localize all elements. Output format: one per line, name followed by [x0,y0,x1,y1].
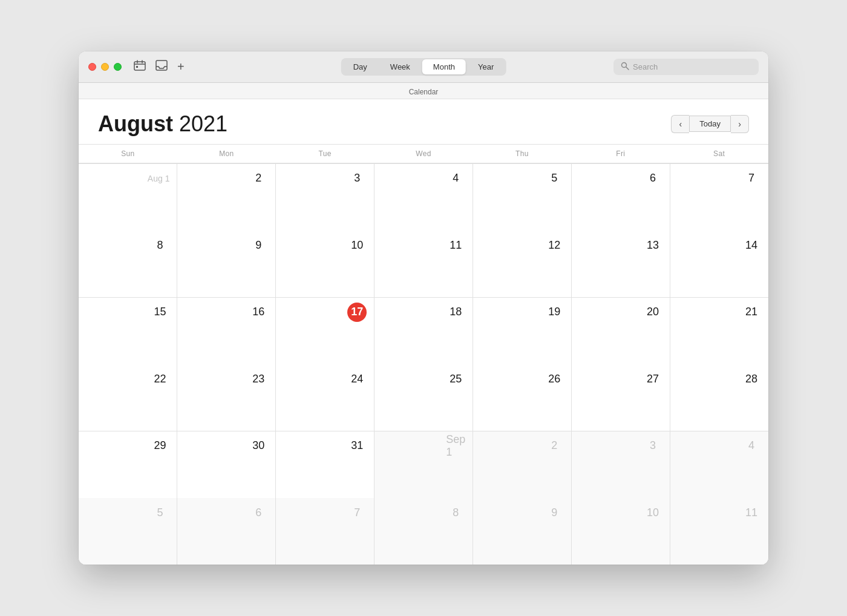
nav-controls: ‹ Today › [671,115,749,133]
calendar-cell[interactable]: 2 [177,164,275,231]
calendar-cell[interactable]: 24 [276,364,374,431]
search-icon [621,62,629,72]
calendar-cell[interactable]: 8 [79,231,177,297]
today-button[interactable]: Today [689,116,731,132]
date-number: 4 [742,436,761,456]
calendar-cell[interactable]: 7 [276,498,374,565]
day-headers: Sun Mon Tue Wed Thu Fri Sat [79,144,768,163]
calendar-cell[interactable]: 22 [79,364,177,431]
calendar-cell[interactable]: 21 [670,298,768,364]
calendar-cell[interactable]: 31 [276,431,374,498]
calendar-cell[interactable]: 3 [276,164,374,231]
calendar-cell[interactable]: 23 [177,364,275,431]
close-button[interactable] [88,63,96,71]
date-number: 26 [544,369,564,388]
view-month-button[interactable]: Month [422,59,466,74]
calendar-cell[interactable]: 4 [670,431,768,498]
calendar-grid: Aug 123456789101112131415161718192021222… [79,163,768,565]
calendar-cell[interactable]: 28 [670,364,768,431]
date-number: 27 [643,369,662,388]
maximize-button[interactable] [114,63,122,71]
calendar-cell[interactable]: 18 [374,298,473,364]
date-number: 18 [446,303,465,322]
traffic-lights [88,63,122,71]
inbox-icon[interactable] [155,60,168,74]
date-number: Sep 1 [446,436,465,456]
date-number: 2 [249,169,268,188]
calendar-cell[interactable]: 30 [177,431,275,498]
date-number: 8 [150,235,169,255]
view-switcher: Day Week Month Year [341,58,506,76]
calendar-cell[interactable]: 11 [374,231,473,297]
calendar-cell[interactable]: 9 [177,231,275,297]
day-header-wed: Wed [374,145,473,163]
view-day-button[interactable]: Day [342,59,378,74]
calendar-cell[interactable]: 20 [572,298,670,364]
search-input[interactable] [633,62,751,71]
calendar-cell[interactable]: 13 [572,231,670,297]
svg-rect-4 [136,66,138,68]
calendar-window: + Day Week Month Year Calendar [79,51,768,565]
date-number: 24 [347,369,367,388]
day-header-fri: Fri [571,145,670,163]
date-number: 23 [249,369,268,388]
calendar-cell[interactable]: 10 [572,498,670,565]
search-bar [613,59,759,75]
date-number: 17 [347,303,367,322]
calendar-cell[interactable]: 27 [572,364,670,431]
date-number: 9 [249,235,268,255]
month-title: August 2021 [98,111,227,137]
calendar-icon[interactable] [134,60,146,74]
calendar-cell[interactable]: Sep 1 [374,431,473,498]
calendar-cell[interactable]: 8 [374,498,473,565]
calendar-cell[interactable]: 17 [276,298,374,364]
calendar-cell[interactable]: 19 [473,298,571,364]
date-number: 22 [150,369,169,388]
calendar-cell[interactable]: 4 [374,164,473,231]
next-month-button[interactable]: › [731,115,749,133]
date-number: 6 [643,169,662,188]
date-number: 8 [446,503,465,522]
calendar-cell[interactable]: Aug 1 [79,164,177,231]
app-subtitle: Calendar [409,88,439,96]
add-button[interactable]: + [177,60,185,74]
year-val: 2021 [179,111,227,136]
calendar-cell[interactable]: 7 [670,164,768,231]
calendar-cell[interactable]: 3 [572,431,670,498]
date-number: 16 [249,303,268,322]
date-number: 21 [742,303,761,322]
date-number: 19 [544,303,564,322]
calendar-cell[interactable]: 5 [79,498,177,565]
calendar-cell[interactable]: 2 [473,431,571,498]
calendar-cell[interactable]: 26 [473,364,571,431]
date-number: 10 [347,235,367,255]
prev-month-button[interactable]: ‹ [671,115,689,133]
calendar-cell[interactable]: 29 [79,431,177,498]
calendar-cell[interactable]: 10 [276,231,374,297]
calendar-content: August 2021 ‹ Today › Sun Mon Tue Wed Th… [79,99,768,565]
calendar-cell[interactable]: 6 [177,498,275,565]
calendar-cell[interactable]: 25 [374,364,473,431]
calendar-cell[interactable]: 9 [473,498,571,565]
titlebar: + Day Week Month Year [79,51,768,83]
calendar-cell[interactable]: 5 [473,164,571,231]
calendar-cell[interactable]: 16 [177,298,275,364]
date-number: 2 [544,436,564,456]
view-week-button[interactable]: Week [379,59,421,74]
day-header-mon: Mon [177,145,276,163]
calendar-cell[interactable]: 6 [572,164,670,231]
date-number: 15 [150,303,169,322]
date-number: 3 [643,436,662,456]
calendar-header: August 2021 ‹ Today › [79,99,768,144]
day-header-sun: Sun [79,145,177,163]
calendar-cell[interactable]: 11 [670,498,768,565]
date-number: 3 [347,169,367,188]
minimize-button[interactable] [101,63,109,71]
calendar-cell[interactable]: 14 [670,231,768,297]
calendar-cell[interactable]: 15 [79,298,177,364]
view-year-button[interactable]: Year [467,59,505,74]
calendar-cell[interactable]: 12 [473,231,571,297]
date-number: 4 [446,169,465,188]
date-number: 31 [347,436,367,456]
date-number: 5 [150,503,169,522]
